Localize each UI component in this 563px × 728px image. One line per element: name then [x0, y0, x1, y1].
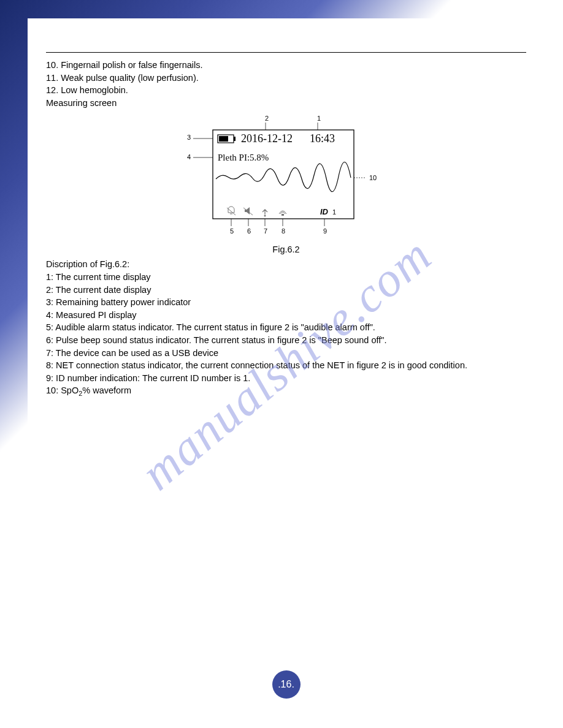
callout-2: 2 [265, 115, 269, 122]
description-heading: Discription of Fig.6.2: [46, 258, 526, 271]
callout-4: 4 [187, 153, 191, 161]
svg-rect-12 [282, 214, 284, 216]
list-item: 11. Weak pulse quality (low perfusion). [46, 72, 526, 85]
svg-rect-6 [234, 137, 236, 141]
content-block: 10. Fingernail polish or false fingernai… [46, 59, 526, 399]
pi-text: Pleth PI:5.8% [218, 153, 269, 162]
document-page: manualshive.com 10. Fingernail polish or… [28, 18, 545, 710]
description-line: 7: The device can be used as a USB devic… [46, 347, 526, 360]
date-text: 2016-12-12 [241, 132, 293, 145]
time-text: 16:43 [310, 132, 335, 145]
list-item: Measuring screen [46, 97, 526, 110]
list-item: 10. Fingernail polish or false fingernai… [46, 59, 526, 72]
svg-rect-7 [219, 136, 228, 142]
callout-6: 6 [247, 227, 251, 235]
svg-point-11 [264, 215, 266, 217]
figure-caption: Fig.6.2 [46, 243, 526, 256]
list-item: 12. Low hemoglobin. [46, 84, 526, 97]
description-line: 6: Pulse beep sound status indicator. Th… [46, 334, 526, 347]
page-number-badge: .16. [272, 670, 301, 699]
callout-7: 7 [264, 227, 267, 235]
callout-3: 3 [187, 134, 191, 141]
description-line: 3: Remaining battery power indicator [46, 296, 526, 309]
device-screen-diagram: 2 1 3 4 2016-12-12 16:43 Pleth [182, 113, 391, 238]
callout-1: 1 [317, 115, 321, 122]
description-line: 1: The current time display [46, 271, 526, 284]
description-line: 5: Audible alarm status indicator. The c… [46, 321, 526, 334]
id-value: 1 [332, 208, 336, 216]
description-line: 4: Measured PI display [46, 309, 526, 322]
description-line: 9: ID number indication: The current ID … [46, 372, 526, 385]
description-line: 10: SpO2% waveform [46, 384, 526, 398]
callout-9: 9 [323, 227, 327, 235]
horizontal-rule [46, 52, 526, 53]
callout-8: 8 [282, 227, 285, 235]
description-line: 2: The current date display [46, 284, 526, 297]
callout-10: 10 [369, 174, 377, 181]
figure: 2 1 3 4 2016-12-12 16:43 Pleth [46, 113, 526, 256]
id-label: ID [320, 207, 329, 216]
callout-5: 5 [230, 227, 234, 235]
description-line: 8: NET connection status indicator, the … [46, 359, 526, 372]
